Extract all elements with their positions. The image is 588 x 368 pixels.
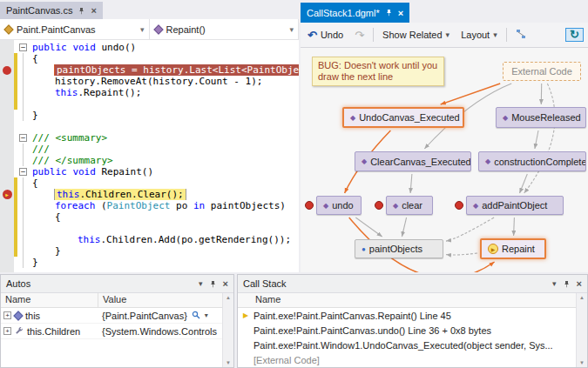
map-node-undo[interactable]: ◆undo	[316, 196, 362, 215]
code-text[interactable]: {	[29, 177, 299, 189]
breakpoint-margin[interactable]	[0, 144, 14, 155]
map-edge-undo-paintObjects[interactable]	[355, 217, 382, 237]
current-statement-indicator[interactable]: ▶	[0, 189, 14, 200]
bug-comment-note[interactable]: BUG: Doesn't work until you draw the nex…	[312, 57, 444, 86]
code-text[interactable]: }	[29, 257, 299, 268]
fold-collapse-icon[interactable]: −	[17, 166, 29, 177]
code-text[interactable]: /// <summary>	[29, 132, 299, 144]
map-edge-external-addPaintObject[interactable]	[524, 84, 555, 193]
code-editor[interactable]: −public void undo(){paintObjects = histo…	[0, 40, 299, 272]
callstack-frame[interactable]: ▶Paint.exe!Paint.PaintCanvas.Repaint() L…	[238, 308, 587, 323]
code-text[interactable]: this.Children.Clear();	[29, 189, 299, 200]
scroll-up-icon[interactable]: ▲	[579, 295, 585, 300]
close-icon[interactable]: ×	[223, 279, 228, 288]
code-text[interactable]: {	[29, 53, 299, 64]
breakpoint-margin[interactable]	[0, 211, 14, 223]
callstack-scrollbar[interactable]: ▲ ▼	[576, 293, 587, 367]
code-line[interactable]: }	[0, 110, 299, 121]
map-node-mouseReleased[interactable]: ◆MouseReleased	[496, 107, 586, 128]
chevron-down-icon[interactable]: ▾	[205, 311, 208, 319]
map-node-paintObjects[interactable]: ●paintObjects	[355, 239, 443, 258]
code-text[interactable]: public void undo()	[29, 42, 299, 53]
code-line[interactable]: ▶this.Children.Clear();	[0, 189, 299, 200]
breakpoint-margin[interactable]	[0, 200, 14, 211]
code-text[interactable]: /// </summary>	[29, 155, 299, 166]
redo-button[interactable]: ↷	[352, 29, 367, 42]
code-line[interactable]: paintObjects = history.Last<List<PaintOb…	[0, 64, 299, 76]
show-related-dropdown[interactable]: Show Related ▾	[380, 28, 452, 42]
code-text[interactable]: this.Children.Add(po.getRendering());	[29, 234, 299, 245]
code-line[interactable]: this.Repaint();	[0, 87, 299, 98]
expand-icon[interactable]: +	[3, 327, 11, 335]
window-menu-icon[interactable]: ▾	[199, 279, 203, 288]
breakpoint-margin[interactable]	[0, 177, 14, 189]
breakpoint-margin[interactable]	[0, 76, 14, 87]
code-line[interactable]: foreach (PaintObject po in paintObjects)	[0, 200, 299, 211]
code-line[interactable]: {	[0, 177, 299, 189]
map-node-repaint[interactable]: ▶Repaint	[480, 238, 546, 259]
auto-update-toggle-button[interactable]: ↻	[565, 28, 584, 42]
callstack-frame[interactable]: Paint.exe!Paint.PaintCanvas.undo() Line …	[238, 323, 587, 338]
map-edge-addPaintObject-repaint[interactable]	[514, 217, 515, 236]
code-line[interactable]: }	[0, 257, 299, 268]
expand-icon[interactable]: +	[3, 311, 11, 319]
breakpoint-margin[interactable]	[0, 257, 14, 268]
tab-paintcanvas[interactable]: PaintCanvas.cs ×	[0, 2, 103, 19]
code-text[interactable]: {	[29, 211, 299, 223]
pin-icon[interactable]	[78, 7, 85, 15]
breakpoint-margin[interactable]	[0, 53, 14, 64]
code-line[interactable]: −public void undo()	[0, 42, 299, 53]
magnifier-icon[interactable]	[192, 311, 200, 321]
map-node-undoCanvasExecuted[interactable]: ◆UndoCanvas_Executed	[342, 107, 464, 128]
code-line[interactable]	[0, 121, 299, 132]
pin-icon[interactable]	[563, 280, 571, 288]
code-line[interactable]: −/// <summary>	[0, 132, 299, 144]
breakpoint-margin[interactable]	[0, 121, 14, 132]
map-edge-repaint-paintObjects[interactable]	[446, 253, 477, 255]
window-menu-icon[interactable]: ▾	[552, 279, 557, 288]
layout-dropdown[interactable]: Layout ▾	[458, 28, 500, 42]
close-icon[interactable]: ×	[398, 9, 403, 17]
code-line[interactable]: −public void Repaint()	[0, 166, 299, 177]
code-text[interactable]: public void Repaint()	[29, 166, 299, 177]
map-edge-clear-paintObjects[interactable]	[402, 217, 406, 237]
map-node-clear[interactable]: ◆clear	[386, 196, 433, 215]
autos-row[interactable]: +this{Paint.PaintCanvas}▾	[1, 308, 233, 324]
code-text[interactable]: ///	[29, 144, 299, 155]
code-text[interactable]: history.RemoveAt(history.Count - 1);	[29, 76, 299, 87]
breakpoint-margin[interactable]	[0, 223, 14, 234]
breakpoint-margin[interactable]	[0, 87, 14, 98]
pin-icon[interactable]	[385, 9, 393, 17]
map-node-addPaintObject[interactable]: ◆addPaintObject	[466, 196, 564, 215]
undo-button[interactable]: ↶ Undo	[305, 28, 346, 42]
code-line[interactable]: ///	[0, 144, 299, 155]
fold-collapse-icon[interactable]: −	[17, 132, 29, 144]
breakpoint-margin[interactable]	[0, 110, 14, 121]
code-line[interactable]: {	[0, 53, 299, 64]
map-edge-mouseReleased-constructionComplete[interactable]	[535, 130, 538, 149]
autos-scrollbar[interactable]: ▲ ▼	[222, 293, 233, 367]
code-line[interactable]	[0, 223, 299, 234]
tab-callstack-dgml[interactable]: CallStack1.dgml* ×	[301, 3, 409, 23]
breakpoint-margin[interactable]	[0, 166, 14, 177]
map-node-external[interactable]: External Code	[503, 62, 581, 81]
member-dropdown[interactable]: Repaint() ▾	[150, 19, 300, 39]
map-edge-external-undoCanvasExecuted[interactable]	[441, 84, 501, 104]
map-node-constructionComplete[interactable]: ◆constructionComplete	[478, 151, 586, 171]
share-map-button[interactable]	[513, 27, 529, 43]
pin-icon[interactable]	[209, 280, 217, 288]
code-line[interactable]: /// </summary>	[0, 155, 299, 166]
map-node-clearCanvasExecuted[interactable]: ◆ClearCanvas_Executed	[355, 151, 471, 171]
type-dropdown[interactable]: Paint.PaintCanvas ▾	[0, 19, 150, 39]
autos-row[interactable]: +this.Children{System.Windows.Controls	[1, 324, 233, 339]
map-canvas[interactable]: BUG: Doesn't work until you draw the nex…	[301, 48, 588, 272]
breakpoint-margin[interactable]	[0, 245, 14, 257]
code-line[interactable]: this.Children.Add(po.getRendering());	[0, 234, 299, 245]
breakpoint-indicator[interactable]	[0, 64, 14, 76]
code-line[interactable]: history.RemoveAt(history.Count - 1);	[0, 76, 299, 87]
close-icon[interactable]: ×	[91, 6, 96, 15]
code-line[interactable]: {	[0, 211, 299, 223]
code-text[interactable]: }	[29, 110, 299, 121]
code-text[interactable]: paintObjects = history.Last<List<PaintOb…	[29, 64, 299, 76]
scroll-up-icon[interactable]: ▲	[226, 295, 231, 300]
